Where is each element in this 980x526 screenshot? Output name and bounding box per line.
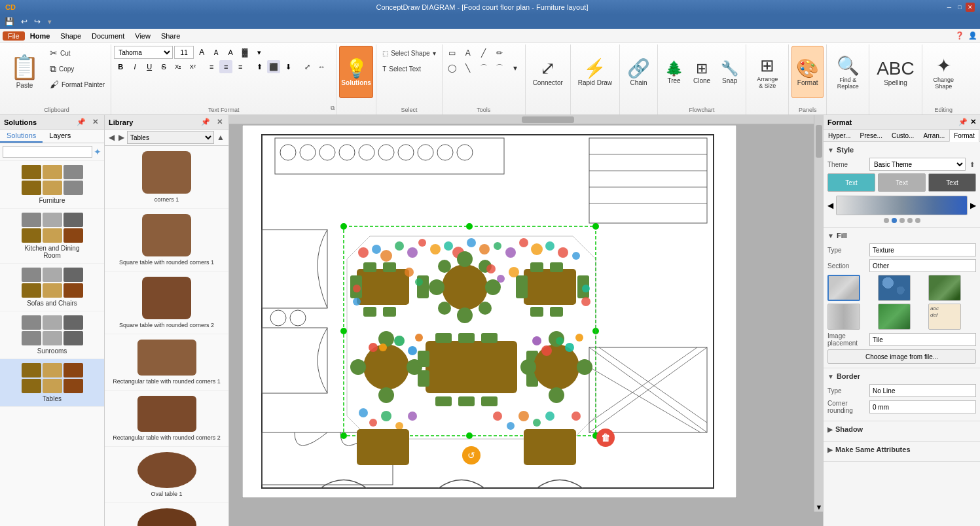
- format-tab-custo[interactable]: Custo...: [887, 130, 918, 141]
- lib-item-0[interactable]: corners 1: [105, 146, 228, 209]
- solutions-pin-btn[interactable]: 📌: [75, 117, 88, 127]
- align-right-btn[interactable]: ≡: [234, 60, 247, 73]
- maximize-btn[interactable]: □: [955, 3, 964, 12]
- border-type-input[interactable]: [869, 384, 976, 397]
- make-same-section-title[interactable]: ▶ Make Same Attributes: [827, 446, 976, 453]
- library-scroll-up-btn[interactable]: ▲: [215, 132, 226, 143]
- font-size-increase-btn[interactable]: A: [195, 46, 208, 59]
- arrange-size-button[interactable]: ⊞ Arrange& Size: [752, 46, 782, 98]
- font-highlight-btn[interactable]: ▓: [238, 46, 251, 59]
- close-btn[interactable]: ✕: [966, 3, 975, 12]
- solutions-close-btn[interactable]: ✕: [90, 117, 100, 127]
- bold-btn[interactable]: B: [114, 60, 127, 73]
- v-scrollbar-thumb[interactable]: [816, 125, 822, 158]
- font-size-input[interactable]: [174, 46, 194, 59]
- shadow-section-title[interactable]: ▶ Shadow: [827, 425, 976, 433]
- connector-button[interactable]: ⤢ Connector: [528, 46, 568, 98]
- solutions-search-input[interactable]: [3, 146, 92, 158]
- user-btn[interactable]: 👤: [968, 31, 977, 40]
- image-placement-input[interactable]: [869, 333, 976, 346]
- texture-stone[interactable]: [827, 275, 860, 301]
- find-replace-button[interactable]: 🔍 Find &Replace: [832, 46, 864, 98]
- library-forward-btn[interactable]: ▶: [117, 132, 126, 143]
- paste-button[interactable]: 📋 Paste: [5, 46, 44, 98]
- spelling-button[interactable]: ABC Spelling: [872, 46, 919, 98]
- theme-select[interactable]: Basic Theme Modern Theme Classic Theme: [869, 158, 966, 171]
- format-tab-arran[interactable]: Arran...: [918, 130, 949, 141]
- menu-document[interactable]: Document: [86, 31, 130, 41]
- menu-file[interactable]: File: [3, 31, 25, 41]
- lib-item-1[interactable]: Square table with rounded corners 1: [105, 209, 228, 272]
- format-button[interactable]: 🎨 Format: [791, 46, 824, 98]
- solutions-button[interactable]: 💡 Solutions: [339, 46, 373, 98]
- format-tab-hyper[interactable]: Hyper...: [824, 130, 855, 141]
- strikethrough-btn[interactable]: S: [157, 60, 170, 73]
- texture-green[interactable]: [878, 304, 911, 330]
- library-back-btn[interactable]: ◀: [107, 132, 116, 143]
- clone-button[interactable]: ⊞ Clone: [689, 46, 715, 98]
- select-text-button[interactable]: T Select Text: [379, 61, 424, 76]
- format-painter-button[interactable]: 🖌 Format Painter: [46, 77, 108, 92]
- theme-btn-gray[interactable]: Text: [878, 173, 926, 192]
- choose-image-btn[interactable]: Choose image from file...: [827, 349, 976, 364]
- text-bottom-btn[interactable]: ⬇: [281, 60, 295, 73]
- text-extend-btn[interactable]: ↔: [315, 60, 328, 73]
- fill-section-input[interactable]: [869, 259, 976, 272]
- tool-more[interactable]: ▾: [508, 61, 522, 75]
- tool-line[interactable]: ╱: [477, 46, 491, 60]
- tree-button[interactable]: 🌲 Tree: [661, 46, 687, 98]
- chain-button[interactable]: 🔗 Chain: [623, 46, 655, 98]
- minimize-btn[interactable]: ─: [945, 3, 954, 12]
- library-category-select[interactable]: Tables Chairs Sofas: [127, 131, 214, 144]
- tool-text[interactable]: A: [461, 46, 475, 60]
- format-tab-format[interactable]: Format: [949, 130, 979, 142]
- cut-button[interactable]: ✂ Cut: [46, 46, 108, 60]
- menu-view[interactable]: View: [130, 31, 156, 41]
- font-more-btn[interactable]: ▾: [253, 46, 266, 59]
- lib-item-3[interactable]: Rectangular table with rounded corners 1: [105, 334, 228, 391]
- qa-save-btn[interactable]: 💾: [3, 16, 16, 27]
- texture-leaf[interactable]: [928, 275, 961, 301]
- superscript-btn[interactable]: X²: [186, 60, 199, 73]
- text-middle-btn[interactable]: ⬛: [267, 60, 280, 73]
- font-family-select[interactable]: Tahoma Arial Times New Roman: [114, 46, 173, 59]
- format-pin-btn[interactable]: 📌: [958, 118, 968, 126]
- font-size-decrease-btn[interactable]: A: [209, 46, 223, 59]
- menu-home[interactable]: Home: [25, 31, 56, 41]
- qa-redo-btn[interactable]: ↪: [32, 16, 43, 27]
- text-orient-btn[interactable]: ⤢: [300, 60, 314, 73]
- style-right-arrow[interactable]: ▶: [970, 201, 976, 210]
- style-slider[interactable]: [836, 196, 968, 215]
- select-shape-button[interactable]: ⬚ Select Shape ▾: [379, 46, 439, 60]
- subscript-btn[interactable]: X₂: [172, 60, 185, 73]
- solutions-tab-solutions[interactable]: Solutions: [0, 130, 43, 143]
- texture-script[interactable]: abcdef: [928, 304, 961, 330]
- solution-item-tables[interactable]: Tables: [0, 359, 104, 407]
- corner-rounding-input[interactable]: [869, 400, 976, 413]
- fill-type-input[interactable]: [869, 243, 976, 256]
- texture-bubbles[interactable]: [878, 275, 911, 301]
- solution-item-furniture[interactable]: Furniture: [0, 161, 104, 209]
- help-btn[interactable]: ❓: [955, 31, 964, 40]
- copy-button[interactable]: ⧉ Copy: [46, 61, 108, 76]
- tool-curve[interactable]: ⌒: [477, 61, 491, 75]
- library-pin-btn[interactable]: 📌: [199, 117, 212, 127]
- solutions-tab-layers[interactable]: Layers: [43, 130, 77, 143]
- menu-shape[interactable]: Shape: [55, 31, 86, 41]
- text-format-expand-btn[interactable]: ⧉: [331, 105, 335, 112]
- canvas-scroll[interactable]: 🗑 ↺ ▼: [229, 115, 823, 526]
- solution-item-sunrooms[interactable]: Sunrooms: [0, 311, 104, 359]
- style-section-title[interactable]: ▼ Style: [827, 146, 976, 154]
- underline-btn[interactable]: U: [143, 60, 156, 73]
- floor-plan-container[interactable]: 🗑 ↺: [242, 125, 736, 498]
- theme-arrow-btn[interactable]: ⬆: [968, 160, 976, 169]
- italic-btn[interactable]: I: [128, 60, 141, 73]
- lib-item-4[interactable]: Rectangular table with rounded corners 2: [105, 391, 228, 447]
- menu-share[interactable]: Share: [156, 31, 185, 41]
- texture-gray[interactable]: [827, 304, 860, 330]
- theme-btn-teal[interactable]: Text: [827, 173, 875, 192]
- text-top-btn[interactable]: ⬆: [253, 60, 266, 73]
- tool-ellipse[interactable]: ◯: [445, 61, 460, 75]
- lib-item-6[interactable]: [105, 503, 228, 526]
- snap-button[interactable]: 🔧 Snap: [716, 46, 743, 98]
